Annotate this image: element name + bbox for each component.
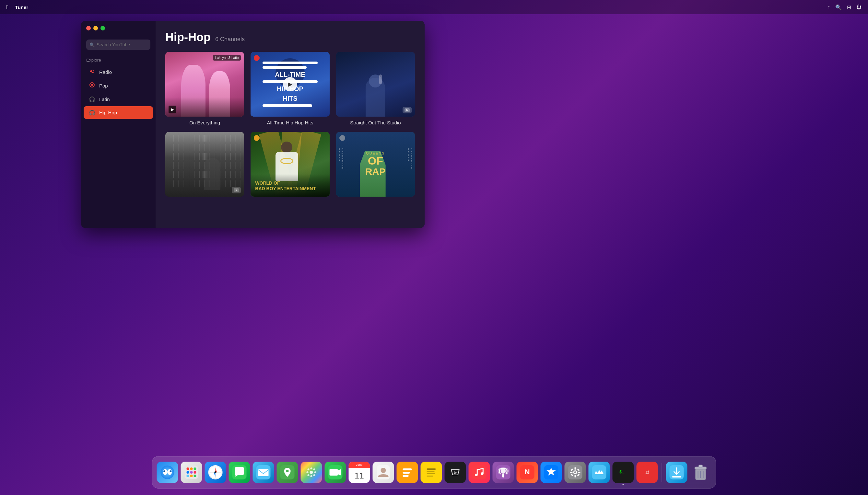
yt-play-button-1[interactable]: ▶	[169, 106, 176, 114]
mountainlion-icon	[592, 465, 606, 479]
yt-icon-dark	[232, 187, 241, 193]
svg-rect-91	[672, 476, 681, 478]
svg-point-15	[170, 471, 171, 472]
svg-point-69	[501, 468, 506, 474]
svg-point-9	[161, 465, 174, 479]
channel-thumb-studio	[336, 52, 415, 117]
svg-point-67	[481, 472, 484, 475]
dock-item-contacts[interactable]	[373, 462, 394, 483]
svg-rect-58	[427, 468, 436, 470]
svg-rect-55	[403, 472, 410, 474]
app-window: 🔍 Explore Radio	[81, 21, 424, 228]
search-container: 🔍	[81, 37, 155, 55]
svg-point-25	[194, 475, 196, 477]
svg-point-3	[91, 84, 93, 86]
dock-item-maps[interactable]	[277, 462, 298, 483]
dock: JUN 11	[152, 456, 716, 489]
dock-item-messages[interactable]	[229, 462, 250, 483]
sidebar-item-radio[interactable]: Radio	[84, 66, 153, 78]
dock-item-music[interactable]	[469, 462, 490, 483]
svg-rect-80	[578, 472, 581, 473]
dock-item-terminal[interactable]: $_	[613, 462, 634, 483]
svg-point-41	[311, 475, 313, 477]
dock-item-photos[interactable]	[301, 462, 322, 483]
dock-item-appstore[interactable]	[541, 462, 562, 483]
fullscreen-button[interactable]	[100, 26, 105, 31]
dock-item-scrobbler[interactable]: ♬	[637, 462, 658, 483]
svg-point-33	[215, 471, 217, 473]
search-menu-icon[interactable]: 🔍	[835, 4, 842, 10]
channels-grid: Lakeyah & Latto ▶ On Everything	[165, 52, 415, 200]
dock-item-mail[interactable]	[253, 462, 274, 483]
channel-card-hiphop-hits[interactable]: ALL-TIME HIP HOP HITS ▶ All-Time Hip Hop…	[251, 52, 329, 125]
channel-card-queens-rap[interactable]: CELEBRATE WOMEN CELEBRATE WOMEN QUEENS O…	[336, 132, 415, 200]
channel-title-studio: Straight Out The Studio	[336, 120, 415, 125]
channel-card-bad-boy[interactable]: World ofBad Boy Entertainment	[251, 132, 329, 200]
svg-rect-36	[258, 469, 269, 476]
sidebar-item-hiphop[interactable]: 🎧 Hip-Hop	[84, 106, 153, 119]
traffic-lights	[86, 26, 105, 31]
svg-point-21	[190, 471, 193, 474]
channel-card-dark[interactable]	[165, 132, 244, 200]
channel-thumb-bad-boy: World ofBad Boy Entertainment	[251, 132, 329, 197]
svg-rect-79	[570, 472, 573, 473]
launchpad-icon	[185, 465, 198, 479]
sidebar-item-latin[interactable]: 🎧 Latin	[84, 93, 153, 106]
svg-point-1	[91, 70, 94, 72]
svg-text:$_: $_	[619, 469, 624, 474]
svg-text:♬: ♬	[645, 468, 650, 476]
search-input[interactable]	[86, 39, 150, 50]
dock-item-mountainlion[interactable]	[589, 462, 610, 483]
dock-divider	[662, 463, 662, 482]
dock-item-facetime[interactable]	[325, 462, 346, 483]
arrow-up-icon: ↑	[828, 4, 830, 10]
control-center-icon[interactable]: ⊞	[847, 4, 851, 10]
dock-item-appletv[interactable]: tv	[445, 462, 466, 483]
facetime-icon	[328, 465, 343, 479]
channel-card-on-everything[interactable]: Lakeyah & Latto ▶ On Everything	[165, 52, 244, 125]
dock-item-notes[interactable]	[421, 462, 442, 483]
svg-point-39	[310, 471, 313, 474]
dock-item-safari[interactable]	[205, 462, 226, 483]
radio-icon	[89, 69, 95, 75]
svg-point-14	[164, 471, 165, 472]
channel-thumb-on-everything: Lakeyah & Latto ▶	[165, 52, 244, 117]
sidebar-item-latin-label: Latin	[99, 97, 110, 102]
dock-item-launchpad[interactable]	[181, 462, 202, 483]
power-icon[interactable]: ⏻	[856, 4, 862, 10]
play-center-button[interactable]: ▶	[283, 77, 297, 91]
dock-item-news[interactable]: N	[517, 462, 538, 483]
channel-thumb-dark	[165, 132, 244, 197]
appletv-icon: tv	[448, 465, 463, 479]
svg-point-46	[307, 474, 310, 476]
calendar-day: 11	[349, 468, 370, 483]
close-button[interactable]	[86, 26, 91, 31]
svg-rect-56	[403, 475, 409, 477]
sidebar-item-pop[interactable]: Pop	[84, 79, 153, 92]
scrobbler-icon: ♬	[640, 465, 654, 479]
minimize-button[interactable]	[93, 26, 98, 31]
svg-point-47	[314, 474, 315, 476]
svg-rect-78	[575, 475, 576, 478]
dock-item-trash[interactable]	[690, 462, 712, 483]
dock-item-calendar[interactable]: JUN 11	[349, 462, 370, 483]
notes-icon	[424, 465, 438, 479]
dock-item-finder[interactable]	[157, 462, 178, 483]
mail-icon	[256, 465, 271, 479]
dock-item-settings[interactable]	[565, 462, 586, 483]
svg-point-66	[475, 474, 478, 476]
terminal-dot	[623, 484, 624, 485]
dock-item-podcasts[interactable]	[493, 462, 514, 483]
svg-rect-65	[472, 465, 486, 479]
dock-item-downloads[interactable]	[666, 462, 687, 483]
dock-item-reminders[interactable]	[397, 462, 418, 483]
svg-point-76	[574, 471, 576, 473]
bad-boy-text: World ofBad Boy Entertainment	[255, 181, 316, 191]
svg-rect-59	[427, 471, 435, 472]
svg-point-42	[306, 471, 308, 473]
svg-rect-54	[403, 468, 412, 471]
calendar-month: JUN	[349, 462, 370, 468]
channel-card-studio[interactable]: Straight Out The Studio	[336, 52, 415, 125]
downloads-icon	[670, 465, 684, 479]
channel-thumb-hiphop-hits: ALL-TIME HIP HOP HITS ▶	[251, 52, 329, 117]
